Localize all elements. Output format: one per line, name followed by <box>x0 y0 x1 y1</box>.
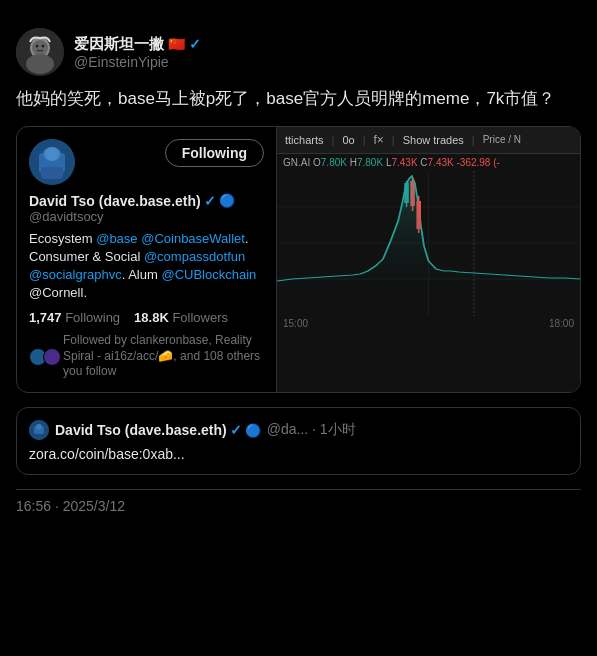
tweet-timestamp: 16:56 · 2025/3/12 <box>16 489 581 514</box>
card-name: David Tso (dave.base.eth) ✓ 🔵 <box>29 193 264 209</box>
chart-time-labels: 15:00 18:00 <box>277 316 580 331</box>
card-chart: tticharts | 0o | f× | Show trades | Pric… <box>277 127 580 393</box>
quoted-text: zora.co/coin/base:0xab... <box>29 446 568 462</box>
card-avatar <box>29 139 75 185</box>
followers-stat: 18.8K Followers <box>134 310 228 325</box>
author-display-name: 爱因斯坦一撇 🇨🇳 ✓ <box>74 35 201 54</box>
tweet-header: 爱因斯坦一撇 🇨🇳 ✓ @EinsteinYipie <box>16 28 581 76</box>
chart-ohlc: GN.AI O7.80K H7.80K L7.43K C7.43K -362.9… <box>277 154 580 171</box>
quoted-avatar <box>29 420 49 440</box>
card-verified-icon: ✓ <box>204 193 216 209</box>
bio-link-cublockchain[interactable]: @CUBlockchain <box>161 267 256 282</box>
bio-link-socialgraphvc[interactable]: @socialgraphvc <box>29 267 122 282</box>
author-handle: @EinsteinYipie <box>74 54 201 70</box>
card-stats: 1,747 Following 18.8K Followers <box>29 310 264 325</box>
following-button[interactable]: Following <box>165 139 264 167</box>
quoted-tweet[interactable]: David Tso (dave.base.eth) ✓ 🔵 @da... · 1… <box>16 407 581 475</box>
chart-fx-btn[interactable]: f× <box>373 133 383 147</box>
quoted-handle-time: @da... · 1小时 <box>267 421 356 439</box>
chart-time-1: 15:00 <box>283 318 308 329</box>
chart-topbar: tticharts | 0o | f× | Show trades | Pric… <box>277 127 580 154</box>
svg-rect-10 <box>41 167 63 179</box>
card-bio: Ecosystem @base @CoinbaseWallet. Consume… <box>29 230 264 303</box>
quoted-name: David Tso (dave.base.eth) ✓ 🔵 <box>55 422 261 438</box>
svg-point-3 <box>26 54 54 74</box>
flag-icon: 🇨🇳 <box>168 36 185 52</box>
author-info: 爱因斯坦一撇 🇨🇳 ✓ @EinsteinYipie <box>74 35 201 70</box>
svg-point-2 <box>32 40 48 56</box>
followed-avatars <box>29 348 57 366</box>
chart-timeframe: 0o <box>342 134 354 146</box>
show-trades-button[interactable]: Show trades <box>403 134 464 146</box>
bio-link-coinbasewallet[interactable]: @CoinbaseWallet <box>141 231 245 246</box>
bio-link-compassdotfun[interactable]: @compassdotfun <box>144 249 245 264</box>
chart-brand: tticharts <box>285 134 324 146</box>
tweet-text: 他妈的笑死，base马上被p死了，base官方人员明牌的meme，7k市值？ <box>16 86 581 112</box>
quoted-verified-icon: ✓ <box>230 422 242 438</box>
follower-avatar-2 <box>43 348 61 366</box>
card-profile-header: Following <box>29 139 264 185</box>
svg-point-5 <box>42 45 45 48</box>
profile-card[interactable]: Following David Tso (dave.base.eth) ✓ 🔵 … <box>16 126 581 394</box>
author-avatar <box>16 28 64 76</box>
price-chart-svg <box>277 171 580 316</box>
card-profile: Following David Tso (dave.base.eth) ✓ 🔵 … <box>17 127 277 393</box>
chart-area <box>277 171 580 316</box>
card-verified-secondary-icon: 🔵 <box>219 193 235 208</box>
chart-time-2: 18:00 <box>549 318 574 329</box>
verified-icon: ✓ <box>189 36 201 52</box>
svg-point-29 <box>36 424 42 430</box>
tweet-container: 爱因斯坦一撇 🇨🇳 ✓ @EinsteinYipie 他妈的笑死，base马上被… <box>16 16 581 526</box>
following-stat: 1,747 Following <box>29 310 120 325</box>
quoted-secondary-icon: 🔵 <box>245 423 261 438</box>
bio-link-base[interactable]: @base <box>96 231 137 246</box>
quoted-tweet-header: David Tso (dave.base.eth) ✓ 🔵 @da... · 1… <box>29 420 568 440</box>
chart-price-label: Price / N <box>483 134 521 145</box>
svg-point-4 <box>36 45 39 48</box>
card-handle: @davidtsocy <box>29 209 264 224</box>
svg-point-9 <box>45 147 59 161</box>
followed-by: Followed by clankeronbase, Reality Spira… <box>29 333 264 380</box>
